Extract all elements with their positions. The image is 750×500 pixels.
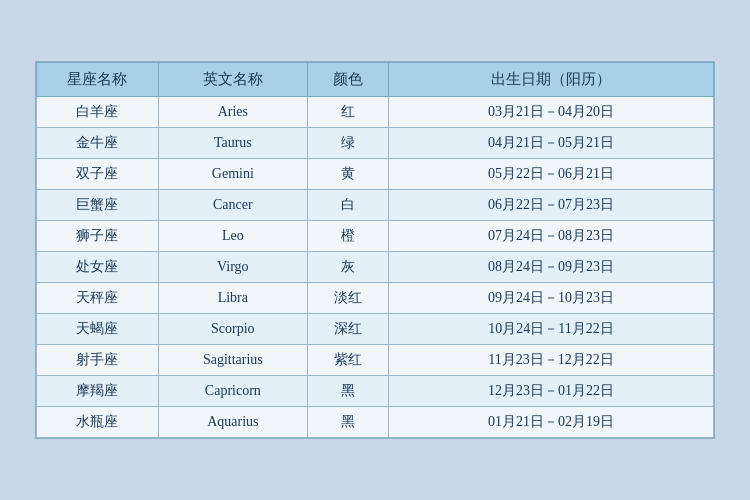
table-row: 天秤座Libra淡红09月24日－10月23日: [37, 283, 714, 314]
table-row: 狮子座Leo橙07月24日－08月23日: [37, 221, 714, 252]
cell-en: Scorpio: [158, 314, 307, 345]
cell-en: Aries: [158, 97, 307, 128]
zodiac-table-container: 星座名称 英文名称 颜色 出生日期（阳历） 白羊座Aries红03月21日－04…: [35, 61, 715, 439]
cell-zh: 天蝎座: [37, 314, 159, 345]
cell-zh: 天秤座: [37, 283, 159, 314]
cell-en: Libra: [158, 283, 307, 314]
table-row: 白羊座Aries红03月21日－04月20日: [37, 97, 714, 128]
table-row: 金牛座Taurus绿04月21日－05月21日: [37, 128, 714, 159]
cell-date: 09月24日－10月23日: [389, 283, 714, 314]
cell-en: Leo: [158, 221, 307, 252]
cell-zh: 金牛座: [37, 128, 159, 159]
cell-en: Gemini: [158, 159, 307, 190]
cell-color: 黄: [307, 159, 388, 190]
cell-color: 绿: [307, 128, 388, 159]
cell-date: 01月21日－02月19日: [389, 407, 714, 438]
cell-zh: 处女座: [37, 252, 159, 283]
cell-zh: 摩羯座: [37, 376, 159, 407]
cell-en: Aquarius: [158, 407, 307, 438]
table-row: 摩羯座Capricorn黑12月23日－01月22日: [37, 376, 714, 407]
table-header-row: 星座名称 英文名称 颜色 出生日期（阳历）: [37, 63, 714, 97]
cell-color: 白: [307, 190, 388, 221]
cell-date: 08月24日－09月23日: [389, 252, 714, 283]
cell-color: 紫红: [307, 345, 388, 376]
cell-zh: 巨蟹座: [37, 190, 159, 221]
cell-date: 03月21日－04月20日: [389, 97, 714, 128]
cell-en: Sagittarius: [158, 345, 307, 376]
cell-en: Virgo: [158, 252, 307, 283]
cell-date: 12月23日－01月22日: [389, 376, 714, 407]
table-row: 水瓶座Aquarius黑01月21日－02月19日: [37, 407, 714, 438]
cell-color: 黑: [307, 376, 388, 407]
cell-date: 11月23日－12月22日: [389, 345, 714, 376]
cell-en: Capricorn: [158, 376, 307, 407]
cell-zh: 双子座: [37, 159, 159, 190]
table-row: 巨蟹座Cancer白06月22日－07月23日: [37, 190, 714, 221]
cell-zh: 狮子座: [37, 221, 159, 252]
cell-en: Cancer: [158, 190, 307, 221]
cell-date: 07月24日－08月23日: [389, 221, 714, 252]
header-color: 颜色: [307, 63, 388, 97]
cell-color: 深红: [307, 314, 388, 345]
table-row: 天蝎座Scorpio深红10月24日－11月22日: [37, 314, 714, 345]
cell-color: 灰: [307, 252, 388, 283]
table-row: 射手座Sagittarius紫红11月23日－12月22日: [37, 345, 714, 376]
cell-zh: 射手座: [37, 345, 159, 376]
cell-color: 红: [307, 97, 388, 128]
header-en: 英文名称: [158, 63, 307, 97]
cell-color: 淡红: [307, 283, 388, 314]
zodiac-table: 星座名称 英文名称 颜色 出生日期（阳历） 白羊座Aries红03月21日－04…: [36, 62, 714, 438]
table-row: 双子座Gemini黄05月22日－06月21日: [37, 159, 714, 190]
header-zh: 星座名称: [37, 63, 159, 97]
cell-date: 06月22日－07月23日: [389, 190, 714, 221]
cell-en: Taurus: [158, 128, 307, 159]
cell-date: 10月24日－11月22日: [389, 314, 714, 345]
header-date: 出生日期（阳历）: [389, 63, 714, 97]
cell-zh: 水瓶座: [37, 407, 159, 438]
cell-zh: 白羊座: [37, 97, 159, 128]
table-row: 处女座Virgo灰08月24日－09月23日: [37, 252, 714, 283]
cell-date: 05月22日－06月21日: [389, 159, 714, 190]
cell-color: 黑: [307, 407, 388, 438]
cell-color: 橙: [307, 221, 388, 252]
cell-date: 04月21日－05月21日: [389, 128, 714, 159]
